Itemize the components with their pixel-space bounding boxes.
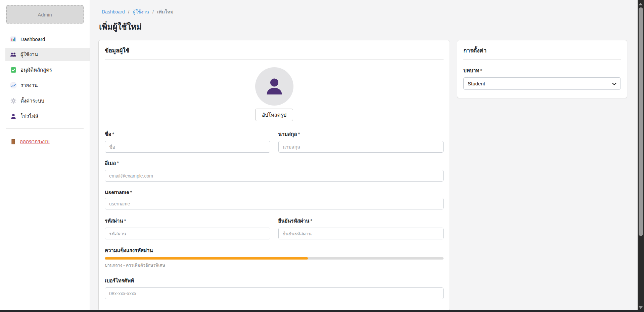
vertical-scrollbar[interactable] (638, 0, 644, 312)
settings-card: การตั้งค่า บทบาท* Student (457, 40, 627, 98)
required-marker: * (298, 131, 300, 137)
bar-chart-icon (10, 36, 16, 42)
phone-input[interactable] (105, 287, 444, 299)
password-label: รหัสผ่าน* (105, 217, 270, 225)
user-info-card: ข้อมูลผู้ใช้ อัปโหลดรูป ชื่ (98, 40, 450, 311)
breadcrumb-separator: / (128, 9, 129, 14)
sidebar-item-label: อนุมัติหลักสูตร (20, 66, 52, 74)
role-select-value: Student (468, 81, 485, 86)
role-select[interactable]: Student (463, 77, 621, 90)
bottom-edge-strip (0, 310, 644, 312)
required-marker: * (124, 218, 126, 224)
username-group: Username* (105, 189, 444, 209)
required-marker: * (480, 68, 482, 73)
required-marker: * (310, 218, 312, 224)
phone-label: เบอร์โทรศัพท์ (105, 277, 444, 285)
confirm-password-group: ยืนยันรหัสผ่าน* (278, 217, 444, 239)
content-row: ข้อมูลผู้ใช้ อัปโหลดรูป ชื่ (98, 40, 638, 311)
email-input[interactable] (105, 170, 444, 182)
password-strength-section: ความแข็งแรงรหัสผ่าน ปานกลาง - ควรเพิ่มตั… (105, 246, 444, 269)
app-window: Admin Dashboard ผู้ใช้งาน อนุมัติหลักสูต… (0, 0, 644, 312)
sidebar-nav: Dashboard ผู้ใช้งาน อนุมัติหลักสูตร รายง… (0, 32, 90, 123)
logout-link[interactable]: ออกจากระบบ (10, 138, 90, 146)
sidebar-item-profile[interactable]: โปรไฟล์ (5, 110, 90, 123)
sidebar-item-label: Dashboard (20, 36, 45, 42)
password-strength-label: ความแข็งแรงรหัสผ่าน (105, 246, 444, 255)
first-name-input[interactable] (105, 141, 270, 153)
sidebar-divider (6, 128, 84, 129)
gear-icon (10, 98, 16, 104)
avatar-section: อัปโหลดรูป (105, 67, 444, 121)
first-name-group: ชื่อ* (105, 130, 270, 153)
last-name-input[interactable] (278, 141, 444, 153)
sidebar-item-system-settings[interactable]: ตั้งค่าระบบ (5, 94, 90, 108)
sidebar-item-label: ผู้ใช้งาน (20, 50, 38, 58)
sidebar-item-users[interactable]: ผู้ใช้งาน (5, 48, 90, 61)
sidebar-item-dashboard[interactable]: Dashboard (5, 32, 90, 46)
scrollbar-up-arrow-icon[interactable] (639, 3, 643, 5)
password-strength-hint: ปานกลาง - ควรเพิ่มตัวอักษรพิเศษ (105, 262, 444, 269)
email-label: อีเมล* (105, 159, 444, 167)
breadcrumb-link-dashboard[interactable]: Dashboard (102, 9, 125, 14)
admin-logo-placeholder: Admin (6, 5, 84, 24)
avatar-person-icon (264, 76, 285, 97)
email-group: อีเมล* (105, 159, 444, 182)
sidebar-item-label: ตั้งค่าระบบ (20, 97, 44, 105)
chevron-down-icon (612, 81, 616, 86)
role-label: บทบาท* (463, 67, 621, 75)
user-info-card-title: ข้อมูลผู้ใช้ (105, 46, 444, 60)
username-input[interactable] (105, 198, 444, 209)
person-icon (10, 113, 16, 120)
first-name-label: ชื่อ* (105, 130, 270, 138)
upload-photo-button[interactable]: อัปโหลดรูป (255, 109, 293, 121)
sidebar-item-label: รายงาน (20, 81, 38, 89)
page-title: เพิ่มผู้ใช้ใหม่ (99, 20, 638, 33)
door-icon (10, 139, 16, 145)
phone-group: เบอร์โทรศัพท์ (105, 277, 444, 299)
password-strength-fill (105, 257, 308, 260)
scrollbar-down-arrow-icon[interactable] (639, 306, 643, 309)
password-input[interactable] (105, 228, 270, 239)
required-marker: * (112, 131, 114, 137)
chart-line-icon (10, 82, 16, 89)
check-icon (10, 67, 16, 73)
main-content: Dashboard / ผู้ใช้งาน / เพิ่มใหม่ เพิ่มผ… (90, 0, 638, 312)
password-strength-track (105, 257, 444, 260)
breadcrumb-current: เพิ่มใหม่ (157, 9, 174, 14)
admin-logo-text: Admin (38, 12, 52, 17)
breadcrumb: Dashboard / ผู้ใช้งาน / เพิ่มใหม่ (90, 0, 638, 15)
avatar (255, 67, 293, 106)
confirm-password-input[interactable] (278, 228, 444, 239)
password-group: รหัสผ่าน* (105, 217, 270, 239)
users-icon (10, 51, 16, 58)
logout-label: ออกจากระบบ (20, 138, 50, 146)
settings-card-title: การตั้งค่า (463, 46, 621, 60)
sidebar-item-label: โปรไฟล์ (20, 112, 38, 120)
breadcrumb-separator: / (152, 9, 154, 14)
confirm-password-label: ยืนยันรหัสผ่าน* (278, 217, 444, 225)
last-name-group: นามสกุล* (278, 130, 444, 153)
required-marker: * (130, 189, 132, 195)
sidebar-item-course-approval[interactable]: อนุมัติหลักสูตร (5, 63, 90, 77)
required-marker: * (117, 160, 119, 166)
username-label: Username* (105, 189, 444, 195)
settings-card-body: บทบาท* Student (457, 60, 627, 98)
scrollbar-thumb[interactable] (639, 7, 643, 236)
breadcrumb-link-users[interactable]: ผู้ใช้งาน (133, 9, 149, 14)
user-info-card-body: อัปโหลดรูป ชื่อ* นามสกุล* อีเมล* (99, 60, 450, 311)
last-name-label: นามสกุล* (278, 130, 444, 138)
sidebar: Admin Dashboard ผู้ใช้งาน อนุมัติหลักสูต… (0, 0, 90, 312)
sidebar-item-reports[interactable]: รายงาน (5, 79, 90, 92)
